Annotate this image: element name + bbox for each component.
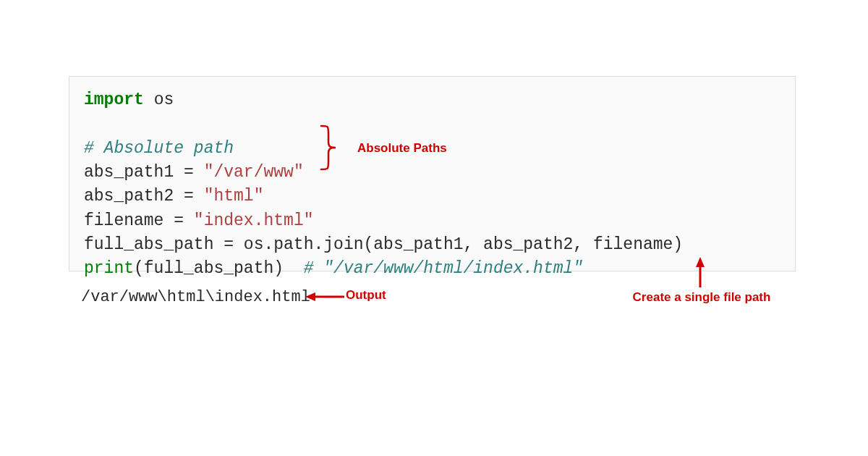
code-line-6: filename = "index.html" [84, 209, 780, 233]
code-line-7: full_abs_path = os.path.join(abs_path1, … [84, 233, 780, 257]
annotation-single-file-path: Create a single file path [629, 290, 774, 305]
string-literal: "html" [204, 187, 264, 206]
arrow-left-icon [305, 290, 346, 304]
code-line-8: print(full_abs_path) # "/var/www/html/in… [84, 257, 780, 281]
operator-equals: = [184, 187, 194, 206]
svg-marker-3 [696, 257, 705, 267]
string-literal: "index.html" [194, 211, 314, 230]
call-args: (full_abs_path) [134, 259, 304, 278]
variable-name: abs_path1 [84, 163, 184, 182]
code-line-5: abs_path2 = "html" [84, 185, 780, 208]
operator-equals: = [184, 163, 194, 182]
code-line-4: abs_path1 = "/var/www" [84, 161, 780, 185]
variable-name: full_abs_path [84, 235, 224, 254]
comment-text: # "/var/www/html/index.html" [304, 259, 583, 278]
string-literal: "/var/www" [204, 163, 304, 182]
output-text: /var/www\html\index.html [81, 288, 310, 306]
arrow-up-icon [693, 257, 707, 289]
operator-equals: = [224, 235, 234, 254]
operator-equals: = [174, 211, 184, 230]
expression: os.path.join(abs_path1, abs_path2, filen… [244, 235, 683, 254]
annotation-output: Output [346, 288, 386, 303]
module-name: os [144, 90, 174, 109]
code-block: import os # Absolute path abs_path1 = "/… [69, 76, 796, 271]
variable-name: abs_path2 [84, 187, 184, 206]
function-print: print [84, 259, 134, 278]
annotation-absolute-paths: Absolute Paths [357, 141, 447, 156]
variable-name: filename [84, 211, 174, 230]
code-line-1: import os [84, 88, 780, 112]
keyword-import: import [84, 90, 144, 109]
code-line-2 [84, 112, 780, 136]
comment-text: # Absolute path [84, 139, 234, 158]
svg-marker-1 [305, 292, 315, 301]
